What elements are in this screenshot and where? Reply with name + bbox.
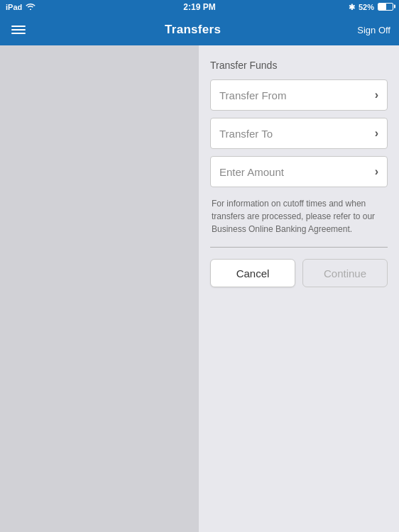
transfer-to-chevron-icon: › [375,127,378,140]
enter-amount-chevron-icon: › [375,165,378,178]
divider [210,247,388,248]
cancel-button[interactable]: Cancel [210,259,295,287]
status-time: 2:19 PM [183,2,215,12]
device-label: iPad [6,3,22,11]
transfer-to-field[interactable]: Transfer To › [210,118,388,149]
enter-amount-label: Enter Amount [219,166,284,178]
continue-button: Continue [302,259,388,287]
bluetooth-icon: ✱ [349,3,355,12]
section-title: Transfer Funds [210,60,388,71]
status-left: iPad [6,3,35,11]
status-bar: iPad 2:19 PM ✱ 52% [0,0,399,14]
info-text: For information on cutoff times and when… [210,197,388,235]
enter-amount-field[interactable]: Enter Amount › [210,156,388,187]
main-layout: Transfer Funds Transfer From › Transfer … [0,45,399,532]
transfer-content: Transfer Funds Transfer From › Transfer … [199,45,399,532]
nav-bar: Transfers Sign Off [0,14,399,45]
transfer-from-label: Transfer From [219,89,286,101]
button-row: Cancel Continue [210,259,388,287]
transfer-from-field[interactable]: Transfer From › [210,79,388,111]
battery-percent: 52% [359,3,374,11]
menu-button[interactable] [9,23,28,37]
battery-icon [378,3,393,12]
wifi-icon [26,3,35,11]
transfer-from-chevron-icon: › [375,89,378,101]
page-title: Transfers [165,23,221,37]
sidebar [0,45,199,532]
transfer-to-label: Transfer To [219,128,273,140]
sign-off-button[interactable]: Sign Off [357,25,390,35]
status-right: ✱ 52% [349,3,393,12]
